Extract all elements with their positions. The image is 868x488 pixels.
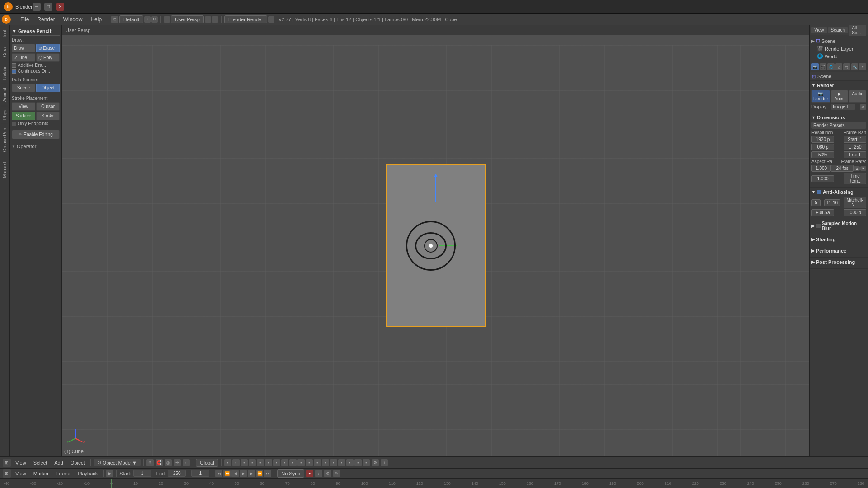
bt-icon-3[interactable]: ▪ [241,459,248,466]
enable-editing-button[interactable]: ✏ Enable Editing [12,130,60,139]
bt-icon-6[interactable]: ▪ [265,459,272,466]
bt-select[interactable]: Select [31,459,50,466]
start-input[interactable]: Start: 1 [844,136,866,143]
tl-prev-keyframe[interactable]: ◀ [231,470,239,477]
modifier-prop-icon[interactable]: 🔧 [851,63,859,70]
scene-icon[interactable] [164,16,170,23]
render-presets-btn[interactable]: Render Presets [811,122,866,129]
additive-draw-checkbox[interactable] [12,63,16,68]
tl-play-btn[interactable]: ▶ [240,470,247,477]
render-prop-icon[interactable]: 📷 [811,63,819,70]
toolbar-menu-icon[interactable]: ⊞ [3,459,11,467]
scale-input[interactable]: 50% [811,151,834,158]
scene-data-button[interactable]: Scene [12,84,35,92]
tl-end-input[interactable]: 250 [168,470,186,477]
bt-icon-5[interactable]: ▪ [257,459,264,466]
tl-edit-icon[interactable]: ✎ [333,470,340,477]
renderlayer-tree-item[interactable]: 🎬 RenderLayer [811,45,866,52]
object-data-button[interactable]: Object [36,84,60,92]
res-x-input[interactable]: 1920 p [811,136,834,143]
tl-audio-icon[interactable]: ♪ [315,470,322,477]
engine-dropdown[interactable]: Blender Render [224,15,267,23]
menu-file[interactable]: File [17,15,33,23]
bt-icon-2[interactable]: ▪ [232,459,240,466]
display-val[interactable]: Image E... [831,104,855,110]
minimize-button[interactable]: ─ [33,3,41,11]
world-prop-icon[interactable]: 🌐 [827,63,835,70]
bt-icon-18[interactable]: ▪ [363,459,370,466]
bt-manip-icon[interactable]: ↔ [183,459,190,466]
bt-mode-dropdown[interactable]: ⊙ Object Mode ▼ [94,459,141,466]
tl-menu-icon[interactable]: ⊞ [3,469,11,478]
continuous-draw-checkbox[interactable] [12,69,16,74]
display-btn[interactable]: ⊕ [860,104,866,110]
bt-icon-12[interactable]: ▪ [314,459,321,466]
timeline-bar[interactable]: -40 -30 -20 -10 0 10 20 30 40 50 60 70 8… [0,479,868,488]
scene-remove-icon[interactable] [212,16,218,23]
tl-next-keyframe[interactable]: ▶ [248,470,255,477]
tl-first-frame[interactable]: ⏮ [215,470,222,477]
vtab-creat[interactable]: Creat [1,42,9,61]
framerate-input[interactable]: 24 fps [831,165,854,172]
bt-snap-icon[interactable]: 🧲 [156,459,163,466]
bt-icon-13[interactable]: ▪ [322,459,329,466]
aspect-x-input[interactable]: 1.000 [811,165,831,172]
vtab-animat[interactable]: Animat [1,84,9,105]
res-y-input[interactable]: 080 p [811,144,834,150]
tl-last-frame[interactable]: ⏭ [264,470,271,477]
bt-info-icon[interactable]: ℹ [381,459,388,466]
tl-play-icon[interactable]: ▶ [106,470,113,477]
bt-object[interactable]: Object [68,459,88,466]
bt-global-dropdown[interactable]: Global [196,459,218,467]
layout-add-icon[interactable]: + [144,16,151,23]
viewport[interactable]: User Persp [62,25,809,456]
bt-icon-15[interactable]: ▪ [338,459,345,466]
aa-val1[interactable]: 5 [811,199,821,206]
bt-transform-icon[interactable]: ✛ [174,459,181,466]
layout-icon[interactable]: ⊞ [111,16,118,23]
scene-dropdown[interactable]: User Persp [171,15,204,23]
viewport-canvas[interactable]: Z X Y (1) Cube [62,35,809,456]
poly-button[interactable]: ⬡ Poly [36,53,60,62]
blender-menu-icon[interactable]: B [2,15,11,24]
tl-playback[interactable]: Playback [75,470,101,477]
tl-sync-dropdown[interactable]: No Sync [277,469,304,478]
scene-add-icon[interactable] [205,16,211,23]
tl-frame[interactable]: Frame [53,470,73,477]
object-prop-icon[interactable]: △ [835,63,843,70]
full-sample-input[interactable]: Full Sa [811,209,834,216]
tl-marker[interactable]: Marker [31,470,52,477]
tl-record-icon[interactable]: ● [306,470,313,477]
view-btn[interactable]: View [811,27,827,33]
framerate-up[interactable]: ▲ [854,166,860,171]
allscenes-btn[interactable]: All Sc... [849,25,866,36]
bt-icon-9[interactable]: ▪ [289,459,297,466]
scene-prop-icon[interactable]: 🎬 [820,63,827,70]
time-remap-input[interactable]: Time Rem... [844,173,866,184]
tl-settings-icon[interactable]: ⚙ [324,470,331,477]
pixel-val-input[interactable]: .000 p [844,209,866,216]
bt-icon-8[interactable]: ▪ [281,459,288,466]
bt-icon-14[interactable]: ▪ [330,459,337,466]
bt-icon-10[interactable]: ▪ [297,459,305,466]
fra-input[interactable]: Fra: 1 [844,151,866,158]
bt-icon-7[interactable]: ▪ [273,459,280,466]
bt-icon-17[interactable]: ▪ [354,459,362,466]
aa-val2[interactable]: 11 16 [824,199,840,206]
vtab-tool[interactable]: Tool [1,26,9,42]
tl-next-frame[interactable]: ⏩ [256,470,263,477]
tl-prev-frame[interactable]: ⏪ [223,470,231,477]
world-tree-item[interactable]: 🌐 World [811,52,866,60]
bt-icon-11[interactable]: ▪ [306,459,313,466]
aspect-y-input[interactable]: 1.000 [811,175,834,182]
layout-remove-icon[interactable]: ✕ [151,16,158,23]
cursor-button[interactable]: Cursor [36,102,60,111]
framerate-down[interactable]: ▼ [860,166,866,171]
draw-button[interactable]: Draw [12,44,35,52]
anim-tab[interactable]: ▶ Anim [831,90,848,103]
tl-view[interactable]: View [13,470,29,477]
menu-window[interactable]: Window [60,15,86,23]
sm-checkbox[interactable] [816,224,821,228]
bt-icon-1[interactable]: ▪ [224,459,231,466]
view-button[interactable]: View [12,102,35,111]
